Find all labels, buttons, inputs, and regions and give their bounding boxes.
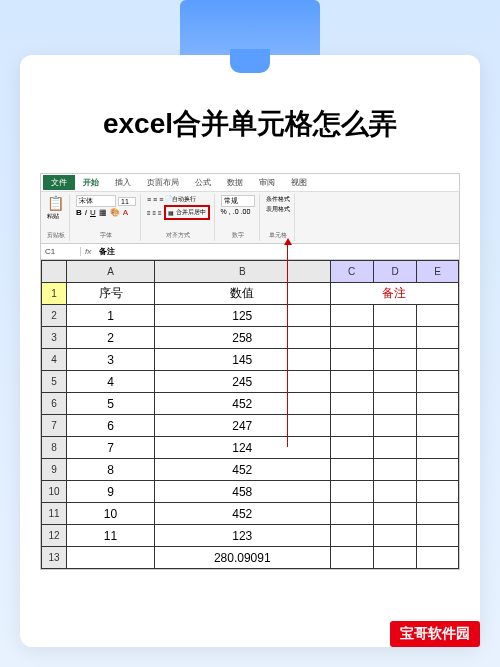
group-number: 常规 % , .0 .00 数字: [217, 194, 260, 241]
content-card: excel合并单元格怎么弄 文件 开始 插入 页面布局 公式 数据 审阅 视图 …: [20, 55, 480, 647]
tab-layout[interactable]: 页面布局: [139, 175, 187, 190]
clipboard-clip: [180, 0, 320, 55]
font-size-select[interactable]: 11: [118, 197, 136, 206]
table-row: 32258: [42, 327, 459, 349]
cell[interactable]: 序号: [67, 283, 155, 305]
formula-input[interactable]: 备注: [95, 246, 459, 257]
name-box[interactable]: C1: [41, 247, 81, 256]
row-header[interactable]: 1: [42, 283, 67, 305]
file-tab[interactable]: 文件: [43, 175, 75, 190]
inc-decimal-icon[interactable]: .0: [233, 208, 239, 215]
tab-insert[interactable]: 插入: [107, 175, 139, 190]
col-header-a[interactable]: A: [67, 261, 155, 283]
align-bot-icon[interactable]: ≡: [159, 196, 163, 203]
ribbon-tabs: 文件 开始 插入 页面布局 公式 数据 审阅 视图: [41, 174, 459, 192]
fill-color-icon[interactable]: 🎨: [110, 208, 120, 217]
tab-formulas[interactable]: 公式: [187, 175, 219, 190]
select-all-corner[interactable]: [42, 261, 67, 283]
watermark-badge: 宝哥软件园: [390, 621, 480, 647]
table-row: 43145: [42, 349, 459, 371]
table-row: 87124: [42, 437, 459, 459]
table-row: 13280.09091: [42, 547, 459, 569]
annotation-arrow: [287, 242, 288, 447]
table-row: 21125: [42, 305, 459, 327]
tab-review[interactable]: 审阅: [251, 175, 283, 190]
table-row: 1211123: [42, 525, 459, 547]
cell[interactable]: 数值: [155, 283, 330, 305]
excel-screenshot: 文件 开始 插入 页面布局 公式 数据 审阅 视图 📋 粘贴 剪贴板 宋体: [40, 173, 460, 570]
currency-icon[interactable]: %: [221, 208, 227, 215]
col-header-e[interactable]: E: [417, 261, 459, 283]
tab-home[interactable]: 开始: [75, 175, 107, 190]
border-icon[interactable]: ▦: [99, 208, 107, 217]
paste-icon[interactable]: 📋: [47, 195, 65, 211]
table-row: 1110452: [42, 503, 459, 525]
group-align: ≡ ≡ ≡ 📄自动换行 ≡ ≡ ≡ ▦ 合并后居中: [143, 194, 215, 241]
table-row: 65452: [42, 393, 459, 415]
table-row: 109458: [42, 481, 459, 503]
ribbon-body: 📋 粘贴 剪贴板 宋体 11 B I U ▦ 🎨: [41, 192, 459, 244]
merge-center-button[interactable]: ▦ 合并后居中: [164, 205, 210, 220]
comma-icon[interactable]: ,: [229, 208, 231, 215]
table-row: 54245: [42, 371, 459, 393]
underline-icon[interactable]: U: [90, 208, 96, 217]
align-left-icon[interactable]: ≡: [147, 210, 151, 216]
group-styles: 条件格式 表用格式 单元格: [262, 194, 295, 241]
merge-icon: ▦: [168, 209, 174, 216]
align-top-icon[interactable]: ≡: [147, 196, 151, 203]
wrap-text-button[interactable]: 📄自动换行: [165, 195, 196, 204]
font-name-select[interactable]: 宋体: [76, 195, 116, 207]
cell-styles-button[interactable]: 表用格式: [266, 205, 290, 214]
col-header-c[interactable]: C: [330, 261, 373, 283]
table-row: 98452: [42, 459, 459, 481]
cell-merged-remark[interactable]: 备注: [330, 283, 459, 305]
number-format-select[interactable]: 常规: [221, 195, 255, 207]
align-right-icon[interactable]: ≡: [158, 210, 162, 216]
column-header-row: A B C D E: [42, 261, 459, 283]
align-mid-icon[interactable]: ≡: [153, 196, 157, 203]
spreadsheet: A B C D E 1 序号 数值 备注 21125 32258 43145 5…: [41, 260, 459, 569]
tab-view[interactable]: 视图: [283, 175, 315, 190]
formula-bar: C1 fx 备注: [41, 244, 459, 260]
paste-label: 粘贴: [47, 212, 65, 221]
bold-icon[interactable]: B: [76, 208, 82, 217]
italic-icon[interactable]: I: [85, 208, 87, 217]
table-row: 76247: [42, 415, 459, 437]
table-row: 1 序号 数值 备注: [42, 283, 459, 305]
font-color-icon[interactable]: A: [123, 208, 128, 217]
col-header-d[interactable]: D: [373, 261, 416, 283]
group-clipboard: 📋 粘贴 剪贴板: [43, 194, 70, 241]
page-title: excel合并单元格怎么弄: [40, 105, 460, 143]
col-header-b[interactable]: B: [155, 261, 330, 283]
dec-decimal-icon[interactable]: .00: [241, 208, 251, 215]
align-center-icon[interactable]: ≡: [153, 210, 157, 216]
fx-icon[interactable]: fx: [81, 247, 95, 256]
conditional-format-button[interactable]: 条件格式: [266, 195, 290, 204]
group-font: 宋体 11 B I U ▦ 🎨 A 字体: [72, 194, 141, 241]
tab-data[interactable]: 数据: [219, 175, 251, 190]
